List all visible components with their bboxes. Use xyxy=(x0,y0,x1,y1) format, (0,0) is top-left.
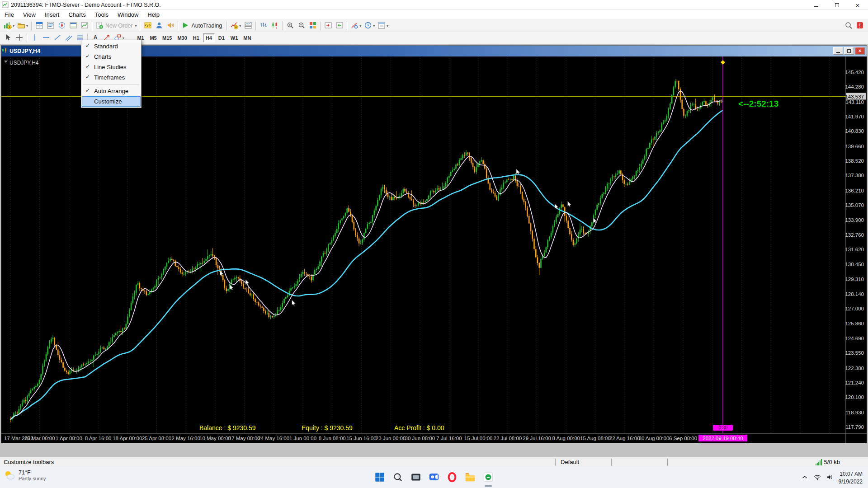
chart-candles-button[interactable] xyxy=(269,20,280,31)
metaeditor-icon xyxy=(144,21,152,31)
horizontal-line-button[interactable] xyxy=(40,33,52,43)
tray-chevron-up-icon[interactable] xyxy=(801,473,809,483)
tile-windows-button[interactable] xyxy=(307,20,318,31)
taskbar-weather-widget[interactable]: 71°F Partly sunny xyxy=(4,469,46,481)
alerts-button[interactable] xyxy=(165,20,176,31)
menu-window[interactable]: Window xyxy=(113,10,143,20)
template-button[interactable]: ▾ xyxy=(376,20,390,31)
price-axis[interactable]: 145.420144.280143.110141.970140.830139.6… xyxy=(845,70,866,430)
timeframe-m5[interactable]: M5 xyxy=(147,33,159,42)
menu-charts[interactable]: Charts xyxy=(64,10,90,20)
zoom-in-button[interactable] xyxy=(284,20,296,31)
chart-bars-button[interactable] xyxy=(258,20,269,31)
taskbar-start-button[interactable] xyxy=(371,469,389,487)
market-watch-button[interactable] xyxy=(33,20,45,31)
timeframe-h1[interactable]: H1 xyxy=(190,33,202,42)
period-icon xyxy=(364,21,372,31)
taskbar-app-green-button[interactable] xyxy=(479,469,497,487)
timeframe-w1[interactable]: W1 xyxy=(228,33,241,42)
svg-text:117.790: 117.790 xyxy=(845,424,864,430)
timeframe-m15[interactable]: M15 xyxy=(160,33,174,42)
svg-text:24 May 16:00: 24 May 16:00 xyxy=(258,436,289,441)
menu-item-line-studies[interactable]: ✓Line Studies xyxy=(82,62,141,72)
menu-file[interactable]: File xyxy=(0,10,19,20)
maximize-button[interactable] xyxy=(826,0,847,10)
terminal-button[interactable] xyxy=(67,20,79,31)
new-chart-button[interactable]: ▾ xyxy=(2,20,16,31)
taskbar-search-button[interactable] xyxy=(389,469,407,487)
search-button[interactable] xyxy=(843,21,854,32)
toolbar-separator xyxy=(255,21,256,30)
menu-insert[interactable]: Insert xyxy=(40,10,64,20)
period-button[interactable]: ▾ xyxy=(363,20,376,31)
auto-scroll-button[interactable] xyxy=(334,20,345,31)
metaeditor-button[interactable] xyxy=(142,20,153,31)
status-profile[interactable]: Default xyxy=(561,459,579,465)
chart-close-button[interactable]: × xyxy=(855,47,865,55)
task-view-icon xyxy=(410,471,422,484)
timeframe-m30[interactable]: M30 xyxy=(175,33,189,42)
chart-minimize-button[interactable] xyxy=(833,47,843,55)
svg-text:144.280: 144.280 xyxy=(845,84,864,89)
indicators-button[interactable]: ▾ xyxy=(229,20,242,31)
taskbar-file-explorer-button[interactable] xyxy=(461,469,479,487)
notifications-button[interactable] xyxy=(854,21,865,32)
objects-button[interactable]: ▾ xyxy=(349,20,363,31)
close-icon: × xyxy=(856,2,860,9)
taskbar-opera-button[interactable] xyxy=(443,469,461,487)
data-window-button[interactable] xyxy=(45,20,56,31)
candle-countdown: <--2:52:13 xyxy=(738,99,778,108)
navigator-button[interactable] xyxy=(56,20,67,31)
accounts-button[interactable] xyxy=(153,20,165,31)
svg-text:18 Apr 00:00: 18 Apr 00:00 xyxy=(113,436,142,441)
menu-tools[interactable]: Tools xyxy=(90,10,113,20)
objects-icon xyxy=(350,21,359,31)
new-chart-icon xyxy=(4,21,12,31)
chevron-down-icon[interactable] xyxy=(4,61,8,63)
menu-item-charts[interactable]: ✓Charts xyxy=(82,52,141,62)
menu-item-standard[interactable]: ✓Standard xyxy=(82,41,141,52)
clock-date: 9/19/2022 xyxy=(839,478,863,485)
taskbar-task-view-button[interactable] xyxy=(407,469,425,487)
timeframe-mn[interactable]: MN xyxy=(241,33,253,42)
autotrading-button[interactable]: AutoTrading xyxy=(180,20,225,31)
svg-text:15 Jul 00:00: 15 Jul 00:00 xyxy=(464,436,493,441)
chart-restore-button[interactable] xyxy=(844,47,854,55)
taskbar-clock[interactable]: 10:07 AM 9/19/2022 xyxy=(839,470,863,485)
profiles-button[interactable]: ▾ xyxy=(16,20,29,31)
strategy-tester-button[interactable] xyxy=(79,20,90,31)
equidistant-channel-button[interactable] xyxy=(63,33,74,43)
status-hint: Customize toolbars xyxy=(4,459,54,465)
chart-area[interactable]: 0:30<--2:52:13Balance : $ 9230.59Equity … xyxy=(1,56,867,443)
crosshair-button[interactable] xyxy=(14,33,25,43)
time-axis[interactable]: 17 Mar 202225 Mar 00:001 Apr 08:008 Apr … xyxy=(4,435,747,441)
chart-shift-button[interactable] xyxy=(322,20,334,31)
minimize-button[interactable] xyxy=(806,0,826,10)
tray-wifi-icon[interactable] xyxy=(813,473,821,483)
close-button[interactable]: × xyxy=(847,0,868,10)
indicator-windows-button[interactable] xyxy=(242,20,254,31)
svg-text:121.240: 121.240 xyxy=(845,380,864,385)
zoom-out-button[interactable] xyxy=(296,20,307,31)
svg-text:118.930: 118.930 xyxy=(845,410,864,415)
tray-volume-icon[interactable] xyxy=(826,473,834,483)
indicators-icon xyxy=(230,21,238,31)
timeframe-h4[interactable]: H4 xyxy=(203,33,215,42)
menu-item-auto-arrange[interactable]: ✓Auto Arrange xyxy=(82,86,141,96)
window-titlebar: 2091136394: FTMO-Server - Demo Account -… xyxy=(0,0,868,10)
checkmark-icon: ✓ xyxy=(85,74,90,80)
price-chart[interactable]: 0:30<--2:52:13Balance : $ 9230.59Equity … xyxy=(1,56,867,443)
menu-help[interactable]: Help xyxy=(143,10,164,20)
new-order-button[interactable]: New Order▾ xyxy=(94,20,138,31)
taskbar-chat-button[interactable] xyxy=(425,469,443,487)
timeframe-d1[interactable]: D1 xyxy=(216,33,227,42)
dropdown-arrow-icon: ▾ xyxy=(373,24,375,28)
menu-item-customize[interactable]: Customize xyxy=(82,96,141,107)
menu-item-timeframes[interactable]: ✓Timeframes xyxy=(82,72,141,83)
menu-view[interactable]: View xyxy=(19,10,40,20)
cursor-button[interactable] xyxy=(2,33,14,43)
running-indicator xyxy=(485,485,492,487)
vertical-line-button[interactable] xyxy=(29,33,40,43)
trendline-button[interactable] xyxy=(52,33,63,43)
chart-bars-icon xyxy=(259,21,268,31)
